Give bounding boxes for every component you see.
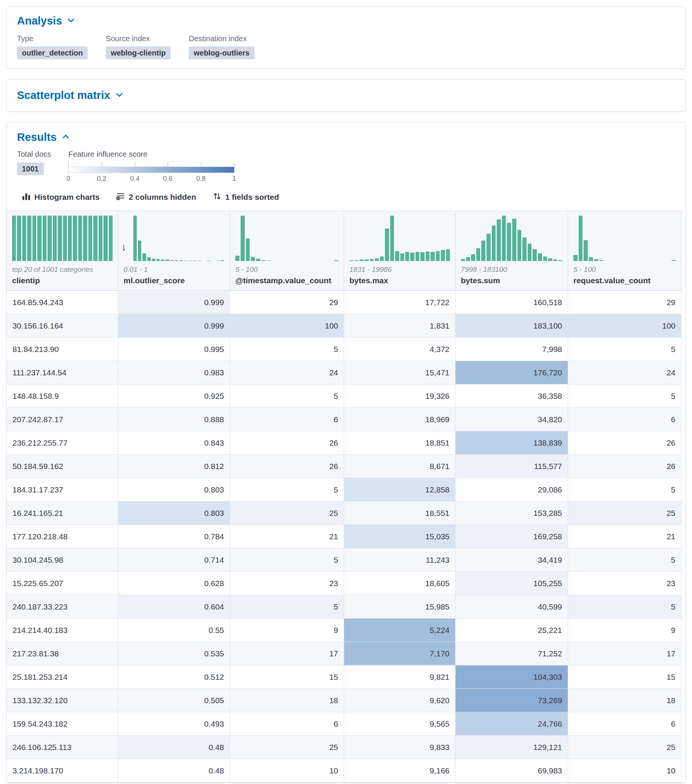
grid-cell[interactable]: 240.187.33.223 xyxy=(7,595,118,619)
grid-cell[interactable]: 18,605 xyxy=(344,572,456,595)
grid-cell[interactable]: 105,255 xyxy=(456,572,568,595)
grid-cell[interactable]: 15.225.65.207 xyxy=(7,572,118,595)
grid-cell[interactable]: 176,720 xyxy=(456,361,568,384)
grid-cell[interactable]: 9,620 xyxy=(344,689,456,712)
grid-cell[interactable]: 236.212.255.77 xyxy=(7,431,118,455)
grid-cell[interactable]: 9 xyxy=(568,619,681,642)
grid-cell[interactable]: 26 xyxy=(230,431,344,455)
grid-cell[interactable]: 1,831 xyxy=(344,314,456,338)
grid-cell[interactable]: 5 xyxy=(568,384,681,408)
grid-cell[interactable]: 17 xyxy=(230,642,344,665)
grid-cell[interactable]: 5,224 xyxy=(344,619,456,642)
grid-cell[interactable]: 15,035 xyxy=(344,525,456,548)
grid-cell[interactable]: 0.48 xyxy=(118,736,230,759)
column-header-timestamp.value_count[interactable]: 5 - 100@timestamp.value_count xyxy=(230,211,344,291)
grid-cell[interactable]: 159.54.243.182 xyxy=(7,712,118,736)
grid-cell[interactable]: 111.237.144.54 xyxy=(7,361,118,384)
grid-cell[interactable]: 0.628 xyxy=(118,572,230,595)
grid-cell[interactable]: 6 xyxy=(230,408,344,431)
grid-cell[interactable]: 21 xyxy=(568,525,681,548)
grid-cell[interactable]: 5 xyxy=(230,384,344,408)
grid-cell[interactable]: 71,252 xyxy=(456,642,568,665)
grid-cell[interactable]: 9 xyxy=(230,619,344,642)
grid-cell[interactable]: 0.803 xyxy=(118,502,230,525)
grid-cell[interactable]: 26 xyxy=(568,431,681,455)
grid-cell[interactable]: 217.23.81.38 xyxy=(7,642,118,665)
column-header-request.value_count[interactable]: 5 - 100request.value_count xyxy=(568,211,681,291)
grid-cell[interactable]: 0.535 xyxy=(118,642,230,665)
grid-cell[interactable]: 81.84.213.90 xyxy=(7,338,118,361)
grid-cell[interactable]: 5 xyxy=(230,338,344,361)
grid-cell[interactable]: 6 xyxy=(230,712,344,736)
grid-cell[interactable]: 138,839 xyxy=(456,431,568,455)
grid-cell[interactable]: 15,471 xyxy=(344,361,456,384)
grid-cell[interactable]: 9,166 xyxy=(344,759,456,782)
column-header-bytes.sum[interactable]: 7998 - 183100bytes.sum xyxy=(456,211,568,291)
grid-cell[interactable]: 69,983 xyxy=(456,759,568,782)
grid-cell[interactable]: 129,121 xyxy=(456,736,568,759)
grid-cell[interactable]: 0.812 xyxy=(118,455,230,478)
grid-cell[interactable]: 214.214.40.183 xyxy=(7,619,118,642)
grid-cell[interactable]: 24 xyxy=(230,361,344,384)
grid-cell[interactable]: 4,372 xyxy=(344,338,456,361)
grid-cell[interactable]: 15 xyxy=(230,665,344,689)
grid-cell[interactable]: 160,518 xyxy=(456,291,568,314)
column-header-bytes.max[interactable]: 1831 - 19986bytes.max xyxy=(344,211,456,291)
grid-cell[interactable]: 246.106.125.113 xyxy=(7,736,118,759)
grid-cell[interactable]: 25 xyxy=(230,736,344,759)
grid-cell[interactable]: 115,577 xyxy=(456,455,568,478)
grid-cell[interactable]: 29 xyxy=(230,291,344,314)
grid-cell[interactable]: 34,820 xyxy=(456,408,568,431)
grid-cell[interactable]: 40,599 xyxy=(456,595,568,619)
grid-cell[interactable]: 50.184.59.162 xyxy=(7,455,118,478)
grid-cell[interactable]: 0.505 xyxy=(118,689,230,712)
grid-cell[interactable]: 207.242.87.17 xyxy=(7,408,118,431)
scatterplot-section-toggle[interactable]: Scatterplot matrix xyxy=(17,89,675,102)
grid-cell[interactable]: 15 xyxy=(568,665,681,689)
grid-cell[interactable]: 0.888 xyxy=(118,408,230,431)
grid-cell[interactable]: 5 xyxy=(230,595,344,619)
grid-cell[interactable]: 0.803 xyxy=(118,478,230,502)
grid-cell[interactable]: 16.241.165.21 xyxy=(7,502,118,525)
grid-cell[interactable]: 18 xyxy=(568,689,681,712)
grid-cell[interactable]: 26 xyxy=(230,455,344,478)
grid-cell[interactable]: 36,358 xyxy=(456,384,568,408)
grid-cell[interactable]: 5 xyxy=(568,478,681,502)
grid-cell[interactable]: 21 xyxy=(230,525,344,548)
grid-cell[interactable]: 0.604 xyxy=(118,595,230,619)
grid-cell[interactable]: 0.999 xyxy=(118,291,230,314)
grid-cell[interactable]: 34,419 xyxy=(456,548,568,572)
grid-cell[interactable]: 30.104.245.98 xyxy=(7,548,118,572)
grid-cell[interactable]: 17,722 xyxy=(344,291,456,314)
grid-cell[interactable]: 11,243 xyxy=(344,548,456,572)
grid-cell[interactable]: 5 xyxy=(230,478,344,502)
grid-cell[interactable]: 25 xyxy=(568,736,681,759)
grid-cell[interactable]: 25,221 xyxy=(456,619,568,642)
grid-cell[interactable]: 25 xyxy=(568,502,681,525)
grid-cell[interactable]: 100 xyxy=(230,314,344,338)
grid-cell[interactable]: 73,269 xyxy=(456,689,568,712)
grid-cell[interactable]: 184.31.17.237 xyxy=(7,478,118,502)
grid-cell[interactable]: 7,998 xyxy=(456,338,568,361)
grid-cell[interactable]: 0.48 xyxy=(118,759,230,782)
grid-cell[interactable]: 0.493 xyxy=(118,712,230,736)
grid-cell[interactable]: 26 xyxy=(568,455,681,478)
grid-cell[interactable]: 100 xyxy=(568,314,681,338)
grid-cell[interactable]: 10 xyxy=(568,759,681,782)
grid-cell[interactable]: 25 xyxy=(230,502,344,525)
grid-cell[interactable]: 104,303 xyxy=(456,665,568,689)
grid-cell[interactable]: 15,985 xyxy=(344,595,456,619)
grid-cell[interactable]: 153,285 xyxy=(456,502,568,525)
grid-cell[interactable]: 148.48.158.9 xyxy=(7,384,118,408)
histogram-charts-button[interactable]: Histogram charts xyxy=(22,192,100,203)
grid-cell[interactable]: 0.55 xyxy=(118,619,230,642)
grid-cell[interactable]: 5 xyxy=(568,548,681,572)
grid-cell[interactable]: 0.784 xyxy=(118,525,230,548)
grid-cell[interactable]: 5 xyxy=(230,548,344,572)
grid-cell[interactable]: 0.925 xyxy=(118,384,230,408)
columns-hidden-button[interactable]: 2 columns hidden xyxy=(116,192,196,203)
grid-cell[interactable]: 0.995 xyxy=(118,338,230,361)
grid-cell[interactable]: 0.983 xyxy=(118,361,230,384)
column-header-ml.outlier_score[interactable]: ↓0.01 - 1ml.outlier_score xyxy=(118,211,230,291)
grid-cell[interactable]: 5 xyxy=(568,338,681,361)
